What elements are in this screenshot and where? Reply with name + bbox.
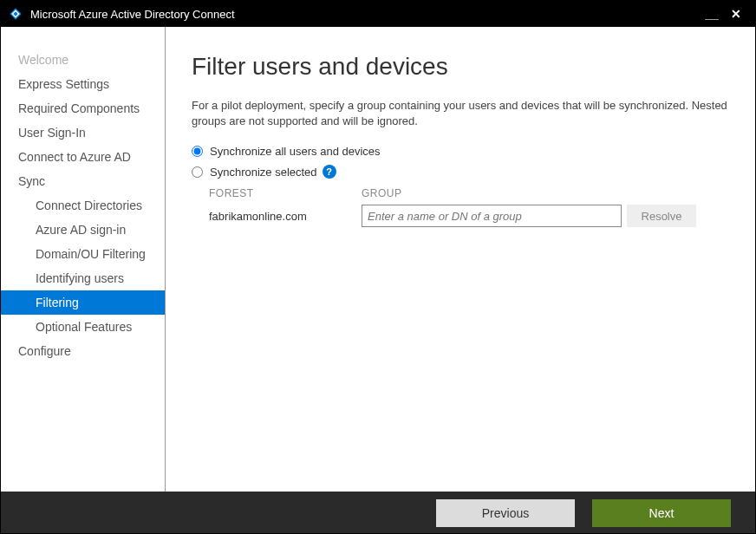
forest-column-header: FOREST (209, 187, 356, 199)
sidebar-item-azure-ad-signin[interactable]: Azure AD sign-in (1, 218, 165, 242)
sidebar-item-welcome: Welcome (1, 48, 165, 72)
window-title: Microsoft Azure Active Directory Connect (30, 8, 700, 21)
page-description: For a pilot deployment, specify a group … (192, 98, 729, 129)
next-button[interactable]: Next (592, 499, 731, 527)
previous-button[interactable]: Previous (436, 499, 575, 527)
help-icon[interactable]: ? (323, 165, 336, 179)
radio-sync-selected-label: Synchronize selected (210, 166, 317, 179)
sidebar-item-user-sign-in[interactable]: User Sign-In (1, 120, 165, 145)
sidebar-item-connect-azure-ad[interactable]: Connect to Azure AD (1, 145, 165, 169)
group-column-header: GROUP (362, 187, 622, 199)
radio-sync-selected-input[interactable] (192, 166, 203, 178)
radio-sync-all-label: Synchronize all users and devices (210, 145, 381, 158)
group-input[interactable] (362, 205, 622, 227)
minimize-button[interactable]: __ (700, 7, 724, 21)
filter-form: FOREST GROUP fabrikamonline.com Resolve (209, 187, 729, 227)
sidebar-item-identifying-users[interactable]: Identifying users (1, 266, 165, 290)
radio-sync-all[interactable]: Synchronize all users and devices (192, 145, 729, 158)
footer: Previous Next (1, 492, 755, 534)
sidebar-item-express-settings[interactable]: Express Settings (1, 72, 165, 96)
page-heading: Filter users and devices (192, 53, 729, 81)
radio-sync-selected[interactable]: Synchronize selected ? (192, 165, 729, 179)
sidebar-item-domain-ou-filtering[interactable]: Domain/OU Filtering (1, 242, 165, 266)
sidebar-item-connect-directories[interactable]: Connect Directories (1, 193, 165, 218)
sidebar-item-sync[interactable]: Sync (1, 169, 165, 193)
azure-logo-icon (8, 6, 23, 22)
sidebar-item-configure[interactable]: Configure (1, 339, 165, 363)
close-button[interactable]: ✕ (724, 7, 748, 21)
sidebar-item-required-components[interactable]: Required Components (1, 96, 165, 120)
sidebar-item-filtering[interactable]: Filtering (1, 290, 165, 315)
resolve-button[interactable]: Resolve (627, 205, 696, 227)
sidebar: Welcome Express Settings Required Compon… (1, 27, 166, 492)
forest-value: fabrikamonline.com (209, 210, 356, 223)
content-pane: Filter users and devices For a pilot dep… (166, 27, 755, 492)
radio-sync-all-input[interactable] (192, 146, 203, 157)
main-area: Welcome Express Settings Required Compon… (1, 27, 755, 492)
titlebar: Microsoft Azure Active Directory Connect… (1, 1, 755, 27)
sidebar-item-optional-features[interactable]: Optional Features (1, 315, 165, 339)
